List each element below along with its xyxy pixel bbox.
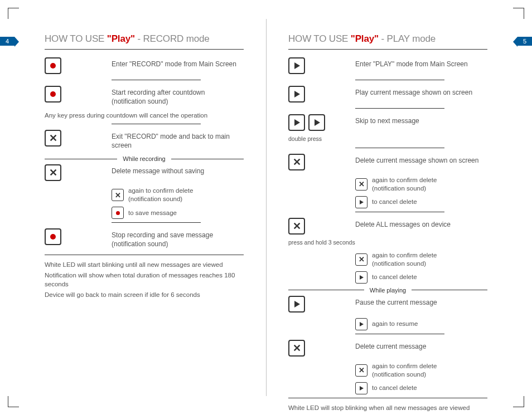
close-icon: ✕ (355, 178, 367, 191)
divider (355, 334, 444, 334)
divider (112, 124, 201, 124)
title-pre: HOW TO USE (288, 33, 351, 44)
step-desc: Enter "RECORD" mode from Main Screen (112, 57, 244, 69)
play-icon (288, 86, 305, 102)
sub-step: to cancel delete (355, 196, 487, 208)
sub-step: to cancel delete (355, 271, 487, 284)
close-icon: ✕ (288, 154, 305, 170)
play-icon (308, 114, 325, 131)
section-separator: While recording (45, 155, 244, 162)
title-post: - RECORD mode (135, 33, 210, 44)
page-title: HOW TO USE "Play" - PLAY mode (288, 33, 487, 50)
play-icon (355, 318, 367, 330)
sub-step: ✕again to confirm delete(notification so… (355, 251, 487, 268)
sub-step: ✕again to confirm delete(notification so… (355, 176, 487, 193)
button-hint: press and hold 3 seconds (288, 239, 355, 246)
play-icon (288, 114, 305, 131)
step-row: double press Skip to next message (288, 114, 487, 142)
step-desc: Delete current message shown on screen (355, 154, 487, 165)
title-post: - PLAY mode (379, 33, 436, 44)
close-icon: ✕ (288, 218, 305, 235)
step-desc: Delete message without saving (112, 164, 244, 175)
sub-step: to save message (112, 207, 244, 219)
sub-step: to cancel delete (355, 382, 487, 394)
close-icon: ✕ (288, 340, 305, 357)
close-icon: ✕ (45, 164, 61, 181)
footer-note: Notification will show when total durati… (45, 271, 244, 289)
play-icon (288, 57, 305, 74)
step-row: ✕press and hold 3 seconds Delete ALL mes… (288, 218, 487, 246)
step-desc: Delete ALL messages on device (355, 218, 487, 229)
record-icon (45, 86, 61, 102)
step-desc: Play current message shown on screen (355, 86, 487, 97)
step-row: Enter "PLAY" mode from Main Screen (288, 57, 487, 74)
title-product: "Play" (107, 33, 135, 44)
step-desc: Start recording after countdown(notifica… (112, 86, 244, 106)
step-desc: Enter "PLAY" mode from Main Screen (355, 57, 487, 69)
step-desc: Stop recording and save message(notifica… (112, 228, 244, 248)
divider (355, 108, 444, 109)
divider (112, 222, 201, 223)
step-desc: Delete current message (355, 340, 487, 351)
play-icon (355, 271, 367, 284)
divider (355, 212, 444, 212)
play-icon (288, 296, 305, 313)
step-desc: Exit "RECORD" mode and back to mainscree… (112, 130, 244, 150)
footer-note: Device will go back to main screen if id… (45, 291, 244, 300)
divider (112, 80, 201, 80)
step-desc: Pause the current message (355, 296, 487, 307)
step-row: ✕ Exit "RECORD" mode and back to mainscr… (45, 130, 244, 150)
note-text: Any key press during countdown will canc… (45, 111, 244, 120)
title-product: "Play" (351, 33, 379, 44)
close-icon: ✕ (355, 253, 367, 266)
footer-note: White LED will start blinking until all … (45, 261, 244, 270)
step-desc: Skip to next message (355, 114, 487, 125)
page-number-tab: 5 (518, 37, 532, 46)
record-icon (45, 228, 61, 245)
button-hint: double press (288, 135, 322, 142)
step-row: ✕ Delete current message (288, 340, 487, 357)
step-row: Enter "RECORD" mode from Main Screen (45, 57, 244, 74)
divider (288, 398, 487, 398)
divider (355, 80, 444, 80)
divider (45, 255, 244, 255)
step-row: Stop recording and save message(notifica… (45, 228, 244, 248)
section-separator: While playing (288, 287, 487, 294)
close-icon: ✕ (355, 364, 367, 377)
close-icon: ✕ (45, 130, 61, 147)
step-row: ✕ Delete current message shown on screen (288, 154, 487, 170)
record-icon (112, 207, 124, 219)
page-right: 5 HOW TO USE "Play" - PLAY mode Enter "P… (266, 0, 532, 415)
divider (355, 148, 444, 148)
step-row: Start recording after countdown(notifica… (45, 86, 244, 106)
close-icon: ✕ (112, 189, 124, 201)
play-icon (355, 382, 367, 394)
sub-step: ✕ again to confirm delete(notification s… (112, 187, 244, 203)
record-icon (45, 57, 61, 74)
page-left: 4 HOW TO USE "Play" - RECORD mode Enter … (0, 0, 266, 415)
sub-step: again to resume (355, 318, 487, 330)
title-pre: HOW TO USE (45, 33, 107, 44)
step-row: Pause the current message (288, 296, 487, 313)
page-title: HOW TO USE "Play" - RECORD mode (45, 33, 244, 50)
step-row: ✕ Delete message without saving (45, 164, 244, 181)
sub-step: ✕again to confirm delete(notification so… (355, 362, 487, 379)
footer-note: White LED will stop blinking when all ne… (288, 404, 487, 413)
page-number-tab: 4 (0, 37, 14, 46)
play-icon (355, 196, 367, 208)
step-row: Play current message shown on screen (288, 86, 487, 102)
